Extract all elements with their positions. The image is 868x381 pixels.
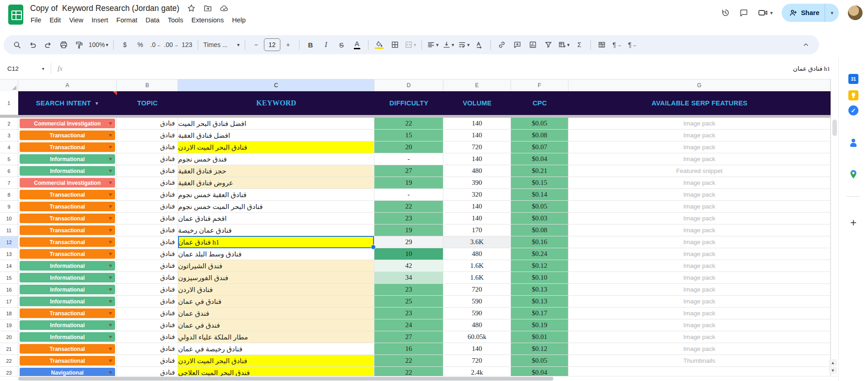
row-header-23[interactable]: 23 bbox=[0, 367, 18, 376]
cell-b18-topic[interactable]: فنادق bbox=[117, 308, 178, 319]
cell-d11-difficulty[interactable]: 19 bbox=[374, 224, 443, 236]
star-icon[interactable] bbox=[187, 4, 196, 13]
cell-d23-difficulty[interactable]: 22 bbox=[374, 367, 443, 376]
row-header-13[interactable]: 13 bbox=[0, 248, 18, 260]
cell-g17-serp[interactable]: Image pack bbox=[568, 296, 831, 308]
row-header-7[interactable]: 7 bbox=[0, 177, 18, 189]
column-header-d[interactable]: D bbox=[374, 79, 443, 92]
cell-f18-cpc[interactable]: $0.17 bbox=[511, 308, 568, 319]
cell-b6-topic[interactable]: فنادق bbox=[117, 165, 178, 177]
cell-e17-volume[interactable]: 590 bbox=[443, 296, 511, 308]
cell-c16-keyword[interactable]: فنادق الاردن bbox=[178, 284, 374, 296]
vertical-align-button[interactable]: ▾ bbox=[441, 38, 456, 52]
row-header-15[interactable]: 15 bbox=[0, 272, 18, 284]
zoom-select[interactable]: 100%▾ bbox=[87, 38, 110, 52]
cell-f23-cpc[interactable]: $0.04 bbox=[511, 367, 568, 376]
cell-d14-difficulty[interactable]: 42 bbox=[374, 260, 443, 272]
insert-link-button[interactable] bbox=[494, 38, 510, 52]
cell-d1-difficulty[interactable]: DIFFICULTY bbox=[374, 91, 443, 115]
cell-d7-difficulty[interactable]: 19 bbox=[374, 177, 443, 189]
cell-b14-topic[interactable]: فنادق bbox=[117, 260, 178, 272]
cell-a1-search-intent[interactable]: SEARCH INTENT▼ bbox=[18, 91, 117, 115]
cell-a15-intent[interactable]: Informational bbox=[18, 272, 117, 284]
row-header-8[interactable]: 8 bbox=[0, 189, 18, 201]
chip-caret-icon[interactable] bbox=[109, 158, 112, 161]
row-header-16[interactable]: 16 bbox=[0, 284, 18, 296]
cell-a6-intent[interactable]: Informational bbox=[18, 165, 117, 177]
text-direction-ltr-button[interactable]: ¶→ bbox=[610, 38, 625, 52]
intent-dropdown-chip[interactable]: Informational bbox=[20, 273, 115, 282]
cell-f19-cpc[interactable]: $0.19 bbox=[511, 319, 568, 331]
text-rotation-button[interactable] bbox=[472, 38, 487, 52]
cell-e1-volume[interactable]: VOLUME bbox=[443, 91, 511, 115]
insert-comment-button[interactable] bbox=[510, 38, 525, 52]
cell-e23-volume[interactable]: 2.4k bbox=[443, 367, 511, 376]
cell-b11-topic[interactable]: فنادق bbox=[117, 224, 178, 236]
cell-f4-cpc[interactable]: $0.07 bbox=[511, 141, 568, 153]
cell-f22-cpc[interactable]: $0.05 bbox=[511, 355, 568, 367]
cell-g15-serp[interactable]: Image pack bbox=[568, 272, 831, 284]
cell-c4-keyword[interactable]: فنادق البحر الميت الاردن bbox=[178, 141, 374, 153]
cell-e22-volume[interactable]: 720 bbox=[443, 355, 511, 367]
intent-dropdown-chip[interactable]: Commercial Investigation bbox=[20, 119, 115, 128]
move-folder-icon[interactable] bbox=[203, 4, 212, 13]
text-color-button[interactable]: A bbox=[349, 38, 365, 52]
cell-f9-cpc[interactable]: $0.05 bbox=[511, 201, 568, 213]
cell-c22-keyword[interactable]: فنادق البحر الميت الاردن bbox=[178, 355, 374, 367]
cell-f8-cpc[interactable]: $0.14 bbox=[511, 189, 568, 201]
cell-d8-difficulty[interactable]: - bbox=[374, 189, 443, 201]
cell-g13-serp[interactable]: Image pack bbox=[568, 248, 831, 260]
cell-d5-difficulty[interactable]: - bbox=[374, 153, 443, 165]
vertical-scrollbar[interactable] bbox=[831, 79, 838, 376]
cell-d20-difficulty[interactable]: 27 bbox=[374, 331, 443, 343]
cell-g20-serp[interactable]: Image pack bbox=[568, 331, 831, 343]
decrease-decimals-button[interactable]: .0← bbox=[148, 38, 163, 52]
intent-dropdown-chip[interactable]: Transactional bbox=[20, 356, 115, 365]
row-header-6[interactable]: 6 bbox=[0, 165, 18, 177]
intent-dropdown-chip[interactable]: Informational bbox=[20, 261, 115, 271]
functions-button[interactable]: Σ bbox=[572, 38, 587, 52]
scroll-down-button[interactable]: ▼ bbox=[829, 367, 837, 374]
cell-a7-intent[interactable]: Commercial Investigation bbox=[18, 177, 117, 189]
cell-g14-serp[interactable]: Image pack bbox=[568, 260, 831, 272]
chip-caret-icon[interactable] bbox=[109, 146, 112, 149]
cell-a3-intent[interactable]: Transactional bbox=[18, 130, 117, 141]
doc-title[interactable]: Copy of Keyword Research (Jordan gate) bbox=[30, 4, 179, 13]
horizontal-scrollbar-thumb[interactable] bbox=[18, 377, 553, 381]
intent-dropdown-chip[interactable]: Commercial Investigation bbox=[20, 178, 115, 188]
cell-f3-cpc[interactable]: $0.08 bbox=[511, 130, 568, 141]
font-size-input[interactable]: 12 bbox=[264, 38, 280, 51]
cell-g4-serp[interactable]: Image pack bbox=[568, 141, 831, 153]
add-addon-button[interactable]: + bbox=[847, 217, 859, 229]
meet-video-button[interactable]: ▾ bbox=[758, 7, 773, 18]
cell-c3-keyword[interactable]: افضل فنادق العقبة bbox=[178, 130, 374, 141]
cell-a21-intent[interactable]: Transactional bbox=[18, 343, 117, 355]
menu-file[interactable]: File bbox=[26, 15, 45, 25]
cell-d17-difficulty[interactable]: 25 bbox=[374, 296, 443, 308]
row-header-11[interactable]: 11 bbox=[0, 224, 18, 236]
cell-f11-cpc[interactable]: $0.08 bbox=[511, 224, 568, 236]
avatar[interactable] bbox=[848, 5, 863, 20]
cell-g1-serp-features[interactable]: AVAILABLE SERP FEATURES bbox=[568, 91, 831, 115]
cell-c7-keyword[interactable]: عروض فنادق العقبة bbox=[178, 177, 374, 189]
cell-f2-cpc[interactable]: $0.05 bbox=[511, 118, 568, 130]
cell-g7-serp[interactable]: Image pack bbox=[568, 177, 831, 189]
row-header-22[interactable]: 22 bbox=[0, 355, 18, 367]
chip-caret-icon[interactable] bbox=[109, 229, 112, 232]
cell-b20-topic[interactable]: فنادق bbox=[117, 331, 178, 343]
cell-f5-cpc[interactable]: $0.04 bbox=[511, 153, 568, 165]
cell-a19-intent[interactable]: Informational bbox=[18, 319, 117, 331]
increase-font-size-button[interactable]: + bbox=[280, 38, 296, 52]
cell-f21-cpc[interactable]: $0.12 bbox=[511, 343, 568, 355]
menus-search-icon[interactable] bbox=[9, 38, 25, 52]
cell-a2-intent[interactable]: Commercial Investigation bbox=[18, 118, 117, 130]
cell-b10-topic[interactable]: فنادق bbox=[117, 213, 178, 224]
column-header-a[interactable]: A bbox=[18, 79, 117, 92]
chip-caret-icon[interactable] bbox=[109, 324, 112, 327]
cell-d21-difficulty[interactable]: 16 bbox=[374, 343, 443, 355]
menu-insert[interactable]: Insert bbox=[88, 15, 112, 25]
print-icon[interactable] bbox=[56, 38, 71, 52]
increase-decimals-button[interactable]: .00→ bbox=[163, 38, 179, 52]
column-header-c[interactable]: C bbox=[178, 79, 374, 92]
cell-d16-difficulty[interactable]: 23 bbox=[374, 284, 443, 296]
